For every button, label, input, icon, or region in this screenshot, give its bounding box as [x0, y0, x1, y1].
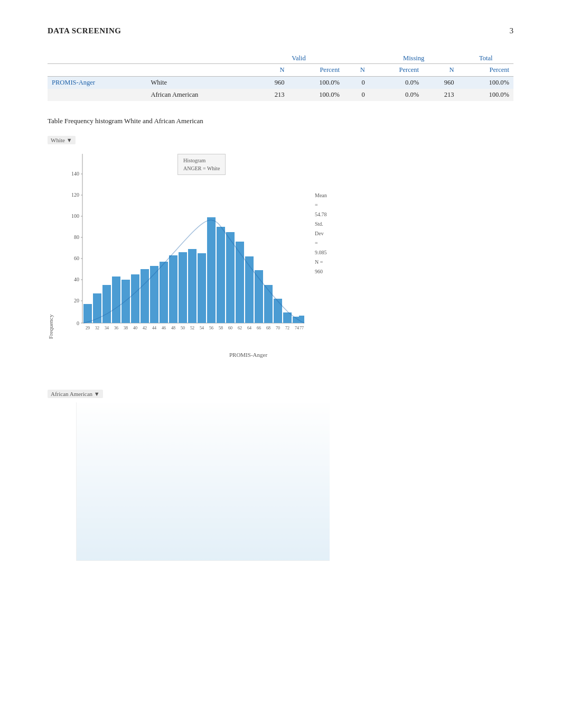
- svg-text:62: 62: [238, 326, 242, 330]
- svg-text:50: 50: [181, 326, 185, 330]
- chart2-top-label: African American ▼: [48, 390, 103, 398]
- svg-text:52: 52: [190, 326, 194, 330]
- missing-n-2: 0: [344, 89, 369, 101]
- missing-pct-2: 0.0%: [369, 89, 423, 101]
- svg-text:120: 120: [71, 192, 79, 198]
- total-pct-header: Percent: [459, 64, 513, 77]
- bar-6: [141, 269, 149, 323]
- valid-pct-header: Percent: [289, 64, 344, 77]
- total-group-header: Total: [459, 51, 513, 64]
- svg-text:36: 36: [114, 326, 118, 330]
- legend-mean: Mean = 54.78: [315, 191, 327, 219]
- svg-text:32: 32: [95, 326, 99, 330]
- bar-10: [179, 252, 187, 323]
- svg-text:48: 48: [171, 326, 175, 330]
- variable-label-2: [48, 89, 146, 101]
- group-label: White: [146, 77, 254, 89]
- group-label-2: African American: [146, 89, 254, 101]
- svg-text:38: 38: [124, 326, 128, 330]
- chart-legend-right: Mean = 54.78 Std. Dev = 9.085 N = 960: [315, 191, 327, 277]
- missing-pct-header: Percent: [369, 64, 423, 77]
- svg-text:40: 40: [133, 326, 137, 330]
- page-title: DATA SCREENING: [48, 26, 121, 35]
- valid-n-header: N: [254, 64, 288, 77]
- data-screening-table: Valid Missing Total N Percent N Percent …: [48, 51, 513, 101]
- bar-16: [236, 242, 244, 323]
- svg-text:60: 60: [228, 326, 232, 330]
- total-pct: 100.0%: [459, 77, 513, 89]
- total-n: 960: [423, 77, 458, 89]
- svg-text:70: 70: [276, 326, 280, 330]
- variable-label: PROMIS-Anger: [48, 77, 146, 89]
- bar-14: [217, 227, 225, 323]
- svg-text:44: 44: [152, 326, 156, 330]
- page-number: 3: [510, 26, 514, 35]
- svg-text:72: 72: [285, 326, 289, 330]
- chart-section-aa: African American ▼: [48, 390, 513, 561]
- group-header-row: Valid Missing Total: [48, 51, 513, 64]
- legend-std: Std. Dev = 9.085: [315, 219, 327, 257]
- chart-section-white: White ▼ Frequency Histogram ANGER = Whit…: [48, 136, 513, 358]
- valid-n: 960: [254, 77, 288, 89]
- histogram-svg: 0 20 40 60 80 100 120 140: [56, 149, 310, 349]
- bar-2: [102, 285, 111, 323]
- bar-13: [207, 217, 216, 323]
- svg-text:42: 42: [143, 326, 147, 330]
- legend-line-1: Histogram: [183, 156, 220, 164]
- missing-n-header: N: [344, 64, 369, 77]
- bar-20: [274, 299, 282, 323]
- svg-text:58: 58: [219, 326, 223, 330]
- svg-text:20: 20: [74, 298, 79, 303]
- total-pct-2: 100.0%: [459, 89, 513, 101]
- bar-8: [160, 262, 168, 323]
- bar-3: [112, 277, 120, 323]
- chart2-placeholder: [76, 402, 330, 561]
- svg-text:77: 77: [300, 326, 304, 330]
- svg-text:66: 66: [257, 326, 261, 330]
- svg-text:68: 68: [266, 326, 270, 330]
- spacer-th: [344, 51, 369, 64]
- svg-text:40: 40: [74, 277, 79, 282]
- table-caption: Table Frequency histogram White and Afri…: [48, 117, 513, 125]
- empty-header-2: [48, 64, 254, 77]
- svg-text:54: 54: [200, 326, 204, 330]
- missing-pct: 0.0%: [369, 77, 423, 89]
- svg-text:100: 100: [71, 213, 79, 219]
- svg-text:34: 34: [105, 326, 109, 330]
- legend-n: N = 960: [315, 257, 327, 277]
- svg-text:80: 80: [74, 234, 79, 240]
- total-n-header: N: [423, 64, 458, 77]
- table-row: PROMIS-Anger White 960 100.0% 0 0.0% 960…: [48, 77, 513, 89]
- svg-text:0: 0: [77, 320, 79, 326]
- y-axis-label: Frequency: [48, 159, 54, 339]
- table-row: African American 213 100.0% 0 0.0% 213 1…: [48, 89, 513, 101]
- bar-5: [131, 274, 139, 323]
- valid-pct-2: 100.0%: [289, 89, 344, 101]
- valid-group-header: Valid: [254, 51, 344, 64]
- page-header: DATA SCREENING 3: [48, 26, 513, 35]
- valid-n-2: 213: [254, 89, 288, 101]
- svg-text:64: 64: [247, 326, 251, 330]
- svg-text:60: 60: [74, 255, 79, 261]
- svg-text:56: 56: [209, 326, 213, 330]
- chart-legend-top: Histogram ANGER = White: [177, 154, 226, 175]
- svg-text:140: 140: [71, 171, 79, 177]
- bar-15: [226, 232, 235, 323]
- bar-9: [169, 255, 177, 323]
- x-axis-label: PROMIS-Anger: [100, 352, 396, 358]
- bar-0: [83, 304, 92, 323]
- missing-n: 0: [344, 77, 369, 89]
- total-n-2: 213: [423, 89, 458, 101]
- svg-text:74: 74: [295, 326, 299, 330]
- valid-pct: 100.0%: [289, 77, 344, 89]
- missing-group-header: Missing: [369, 51, 459, 64]
- bar-11: [188, 249, 197, 323]
- empty-header-1: [48, 51, 254, 64]
- svg-text:46: 46: [162, 326, 166, 330]
- svg-text:29: 29: [86, 326, 90, 330]
- chart-top-label: White ▼: [48, 136, 76, 144]
- bar-4: [121, 280, 130, 323]
- col-header-row: N Percent N Percent N Percent: [48, 64, 513, 77]
- bar-12: [198, 253, 206, 323]
- legend-line-2: ANGER = White: [183, 164, 220, 172]
